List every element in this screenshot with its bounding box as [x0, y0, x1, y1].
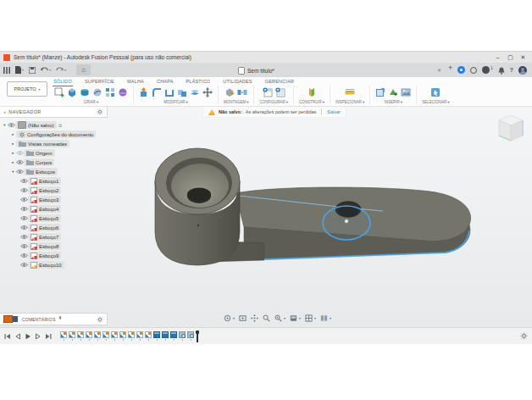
eye-icon[interactable] — [20, 262, 28, 268]
grid-settings-icon[interactable]: ▾ — [305, 314, 316, 322]
minimize-button[interactable]: – — [492, 53, 503, 63]
undo-icon[interactable]: ▾ — [41, 66, 51, 75]
comments-settings-gear-icon[interactable] — [97, 316, 103, 323]
timeline-feature-sketch[interactable] — [60, 331, 67, 341]
tree-item-named-views[interactable]: ▸ Vistas nomeadas — [10, 139, 96, 148]
extrude-icon[interactable] — [67, 87, 77, 97]
bell-icon[interactable] — [498, 63, 505, 78]
tree-item-document-settings[interactable]: ▸ Configurações do documento — [10, 130, 96, 139]
project-button[interactable]: PROJETO ▾ — [7, 81, 47, 97]
create-sketch-icon[interactable] — [54, 87, 64, 97]
timeline-feature-extrude[interactable] — [170, 331, 177, 341]
step-forward-icon[interactable] — [35, 333, 42, 340]
construct-plane-icon[interactable] — [307, 87, 317, 97]
form-icon[interactable] — [118, 87, 128, 97]
navigator-settings-gear-icon[interactable] — [97, 108, 103, 115]
select-icon[interactable] — [430, 87, 441, 97]
expand-icon[interactable]: ▸ — [10, 160, 16, 164]
extensions-icon[interactable] — [470, 67, 477, 74]
group-label-inserir[interactable]: INSERIR▾ — [384, 100, 402, 104]
play-icon[interactable] — [25, 333, 31, 340]
group-label-criar[interactable]: CRIAR▾ — [84, 100, 98, 104]
insert-canvas-icon[interactable] — [375, 87, 385, 97]
eye-icon[interactable] — [16, 169, 24, 175]
eye-icon[interactable] — [20, 243, 28, 249]
tree-item-sketch[interactable]: Esboço8 — [20, 242, 96, 251]
measure-icon[interactable] — [345, 87, 355, 97]
pattern-icon[interactable] — [105, 87, 115, 97]
eye-icon[interactable] — [20, 215, 28, 221]
tree-item-sketch[interactable]: Esboço9 — [20, 251, 96, 260]
collapse-panel-icon[interactable]: « — [3, 109, 6, 114]
help-icon[interactable]: ? — [510, 67, 513, 73]
eye-icon[interactable] — [16, 150, 24, 156]
sweep-icon[interactable] — [92, 87, 103, 97]
timeline-feature-sketch[interactable] — [111, 331, 118, 341]
group-label-construir[interactable]: CONSTRUIR▾ — [299, 100, 324, 104]
app-launcher-icon[interactable] — [3, 67, 10, 74]
configuration-table-icon[interactable] — [275, 87, 285, 97]
tree-root-row[interactable]: ▾ (Não salvo) ⊙ — [2, 120, 96, 130]
shell-icon[interactable] — [164, 87, 175, 97]
eye-icon[interactable] — [20, 234, 28, 240]
redo-icon[interactable]: ▾ — [56, 66, 66, 75]
timeline-feature-sketch[interactable] — [103, 331, 109, 341]
save-icon[interactable] — [29, 67, 36, 74]
timeline-feature-hole[interactable] — [187, 331, 194, 341]
expand-icon[interactable]: ▸ — [10, 132, 16, 136]
expand-icon[interactable]: ▸ — [10, 151, 16, 155]
eye-icon[interactable] — [20, 206, 28, 212]
comments-panel[interactable]: COMENTÁRIOS 4 — [0, 313, 108, 325]
group-label-montagem[interactable]: MONTAGEM▾ — [224, 100, 248, 104]
navigator-panel-header[interactable]: « NAVEGADOR — [0, 107, 108, 118]
home-tab[interactable]: ⌂ — [76, 64, 91, 75]
timeline-playhead[interactable] — [196, 331, 199, 342]
tree-item-sketch[interactable]: Esboço2 — [20, 186, 96, 195]
new-component-icon[interactable] — [224, 87, 235, 97]
timeline-feature-hole[interactable] — [179, 331, 186, 341]
new-tab-icon[interactable]: + — [448, 64, 452, 72]
timeline-feature-extrude[interactable] — [153, 331, 160, 341]
eye-icon[interactable] — [20, 197, 28, 203]
eye-icon[interactable] — [20, 178, 28, 184]
eye-icon[interactable] — [20, 253, 28, 258]
move-icon[interactable] — [202, 87, 213, 97]
eye-icon[interactable] — [20, 225, 28, 231]
pan-icon[interactable] — [251, 314, 258, 322]
user-avatar[interactable] — [518, 66, 527, 75]
job-status-icon[interactable] — [457, 66, 465, 74]
tree-item-sketch[interactable]: Esboço10 — [20, 260, 96, 269]
insert-image-icon[interactable] — [401, 87, 411, 97]
combine-icon[interactable] — [177, 87, 187, 97]
collapse-icon[interactable]: ▾ — [10, 169, 16, 174]
look-at-icon[interactable] — [239, 314, 247, 322]
insert-mesh-icon[interactable] — [388, 87, 398, 97]
timeline-feature-sketch[interactable] — [94, 331, 101, 341]
fillet-icon[interactable] — [152, 87, 162, 97]
configuration-icon[interactable] — [263, 87, 273, 97]
revolve-icon[interactable] — [80, 87, 90, 97]
timeline-feature-sketch[interactable] — [69, 331, 75, 341]
file-menu-icon[interactable]: ▾ — [15, 66, 24, 75]
zoom-icon[interactable] — [263, 314, 270, 322]
document-tab[interactable]: Sem título* — [238, 64, 274, 76]
group-label-inspecionar[interactable]: INSPECIONAR▾ — [335, 100, 364, 104]
zoom-window-icon[interactable]: ▾ — [274, 314, 285, 322]
timeline-feature-sketch[interactable] — [119, 331, 126, 341]
go-to-start-icon[interactable] — [4, 333, 11, 340]
group-label-modificar[interactable]: MODIFICAR▾ — [163, 100, 188, 104]
tree-item-sketch[interactable]: Esboço6 — [20, 223, 96, 232]
timeline-feature-sketch[interactable] — [86, 331, 92, 341]
notification-center[interactable]: 1 — [482, 66, 493, 74]
tree-item-sketch[interactable]: Esboço3 — [20, 195, 96, 204]
timeline-feature-sketch[interactable] — [145, 331, 152, 341]
step-back-icon[interactable] — [14, 333, 21, 340]
tree-item-sketch[interactable]: Esboço5 — [20, 214, 96, 223]
group-label-selecionar[interactable]: SELECIONAR▾ — [422, 100, 449, 104]
save-link[interactable]: Salvar — [327, 109, 341, 114]
tree-item-sketch[interactable]: Esboço1 — [20, 176, 96, 186]
timeline-feature-extrude[interactable] — [162, 331, 169, 341]
modeling-canvas[interactable]: « NAVEGADOR ! Não salvo: As alterações p… — [0, 107, 532, 327]
maximize-button[interactable]: ▢ — [505, 53, 516, 63]
tree-item-sketch[interactable]: Esboço7 — [20, 232, 96, 242]
